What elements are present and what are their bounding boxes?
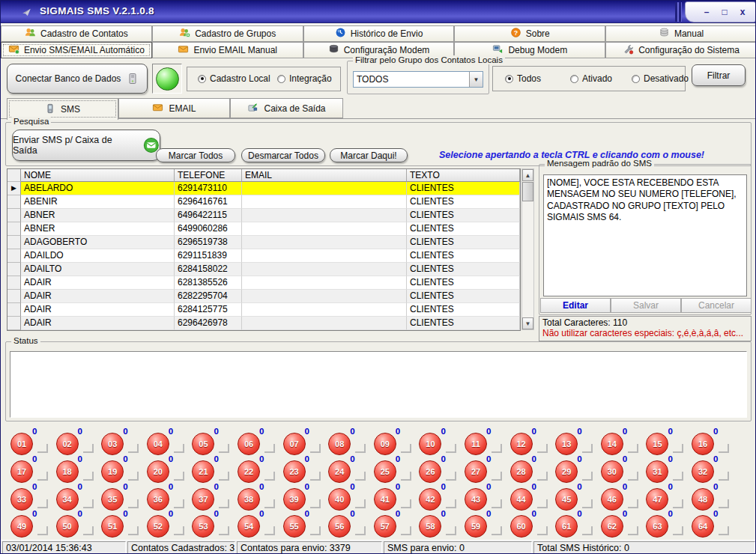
row-selector-cell[interactable]: [7, 317, 21, 330]
table-row[interactable]: ADAGOBERTO6296519738CLIENTES: [7, 236, 520, 249]
modem-button-18[interactable]: 18: [56, 460, 79, 483]
radio-cadastro-local[interactable]: Cadastro Local: [198, 73, 270, 84]
tab-hist-rico-de-envio[interactable]: Histórico de Envio: [303, 25, 455, 42]
modem-button-59[interactable]: 59: [465, 515, 487, 538]
row-selector-cell[interactable]: [7, 195, 21, 209]
modem-button-25[interactable]: 25: [374, 460, 396, 483]
scroll-down-icon[interactable]: ▼: [522, 317, 533, 329]
modem-button-61[interactable]: 61: [555, 515, 578, 538]
column-header-telefone[interactable]: TELEFONE: [175, 169, 242, 182]
modem-button-29[interactable]: 29: [555, 460, 578, 483]
modem-button-03[interactable]: 03: [101, 433, 124, 455]
marcar-daqui-button[interactable]: Marcar Daqui!: [330, 148, 408, 162]
modem-button-64[interactable]: 64: [692, 515, 714, 538]
modem-button-30[interactable]: 30: [601, 460, 623, 483]
modem-button-47[interactable]: 47: [646, 488, 668, 511]
radio-desativado[interactable]: Desativado: [632, 73, 689, 84]
subtab-email[interactable]: EMAIL: [118, 98, 230, 118]
modem-button-45[interactable]: 45: [555, 488, 578, 511]
modem-button-16[interactable]: 16: [692, 433, 714, 455]
modem-button-10[interactable]: 10: [419, 433, 441, 455]
modem-button-14[interactable]: 14: [601, 433, 623, 455]
row-selector-cell[interactable]: [7, 290, 21, 303]
minimize-button[interactable]: –: [700, 6, 713, 19]
tab-envio-email-manual[interactable]: Envio EMAIL Manual: [152, 42, 303, 58]
marcar-todos-button[interactable]: Marcar Todos: [156, 148, 235, 162]
modem-button-63[interactable]: 63: [646, 515, 668, 538]
modem-button-38[interactable]: 38: [238, 488, 260, 511]
table-row[interactable]: ▶ABELARDO6291473110CLIENTES: [7, 182, 520, 195]
modem-button-42[interactable]: 42: [419, 488, 441, 511]
modem-button-11[interactable]: 11: [465, 433, 487, 455]
modem-button-21[interactable]: 21: [192, 460, 214, 483]
modem-button-23[interactable]: 23: [283, 460, 306, 483]
connect-database-button[interactable]: Conectar Banco de Dados: [7, 64, 148, 94]
modem-button-35[interactable]: 35: [101, 488, 124, 511]
salvar-button[interactable]: Salvar: [611, 298, 681, 313]
modem-button-49[interactable]: 49: [10, 515, 33, 538]
sms-message-text[interactable]: [NOME], VOCE ESTA RECEBENDO ESTA MENSAGE…: [543, 174, 747, 296]
modem-button-60[interactable]: 60: [510, 515, 533, 538]
modem-button-20[interactable]: 20: [147, 460, 169, 483]
modem-button-22[interactable]: 22: [238, 460, 260, 483]
modem-button-13[interactable]: 13: [555, 433, 578, 455]
modem-button-27[interactable]: 27: [465, 460, 487, 483]
modem-button-08[interactable]: 08: [328, 433, 351, 455]
modem-button-53[interactable]: 53: [192, 515, 214, 538]
modem-button-17[interactable]: 17: [10, 460, 33, 483]
send-sms-to-outbox-button[interactable]: Enviar SMS p/ Caixa de Saída: [12, 130, 160, 161]
modem-button-31[interactable]: 31: [646, 460, 668, 483]
tab-cadastro-de-contatos[interactable]: Cadastro de Contatos: [1, 25, 152, 42]
table-row[interactable]: ADAILTO6284158022CLIENTES: [7, 263, 520, 276]
modem-button-39[interactable]: 39: [283, 488, 306, 511]
cancelar-button[interactable]: Cancelar: [681, 298, 752, 313]
subtab-caixa-de-sa-da[interactable]: Caixa de Saída: [230, 98, 343, 118]
column-header-nome[interactable]: NOME: [21, 169, 175, 182]
radio-ativado[interactable]: Ativado: [570, 73, 612, 84]
modem-button-40[interactable]: 40: [328, 488, 351, 511]
modem-button-32[interactable]: 32: [692, 460, 714, 483]
modem-button-58[interactable]: 58: [419, 515, 441, 538]
tab-cadastro-de-grupos[interactable]: Cadastro de Grupos: [152, 25, 303, 42]
row-selector-cell[interactable]: [7, 263, 21, 276]
tab-envio-sms-email-autom-tico[interactable]: Envio SMS/EMAIL Automático: [1, 42, 152, 58]
scroll-up-icon[interactable]: ▲: [522, 169, 533, 181]
desmarcar-todos-button[interactable]: Desmarcar Todos: [241, 148, 325, 162]
radio-todos[interactable]: Todos: [505, 73, 541, 84]
column-header-texto[interactable]: TEXTO: [407, 169, 520, 182]
modem-button-05[interactable]: 05: [192, 433, 214, 455]
modem-button-28[interactable]: 28: [510, 460, 533, 483]
modem-button-06[interactable]: 06: [238, 433, 260, 455]
modem-button-43[interactable]: 43: [465, 488, 487, 511]
modem-button-56[interactable]: 56: [328, 515, 351, 538]
column-header-email[interactable]: EMAIL: [242, 169, 407, 182]
modem-button-33[interactable]: 33: [10, 488, 33, 511]
scrollbar-thumb[interactable]: [522, 182, 533, 201]
table-row[interactable]: ABNER6499060286CLIENTES: [7, 222, 520, 236]
modem-button-41[interactable]: 41: [374, 488, 396, 511]
group-filter-combobox[interactable]: TODOS ▼: [353, 71, 483, 88]
modem-button-26[interactable]: 26: [419, 460, 441, 483]
row-selector-cell[interactable]: [7, 249, 21, 263]
row-selector-cell[interactable]: [7, 303, 21, 317]
table-row[interactable]: ADAIR6282295704CLIENTES: [7, 290, 520, 303]
modem-button-09[interactable]: 09: [374, 433, 396, 455]
editar-button[interactable]: Editar: [540, 298, 611, 313]
tab-sobre[interactable]: ?Sobre: [454, 25, 605, 42]
modem-button-07[interactable]: 07: [283, 433, 306, 455]
modem-button-04[interactable]: 04: [147, 433, 169, 455]
table-row[interactable]: ADAIR6296426978CLIENTES: [7, 317, 520, 330]
modem-button-12[interactable]: 12: [510, 433, 533, 455]
table-row[interactable]: ABNER6496422115CLIENTES: [7, 209, 520, 222]
modem-button-46[interactable]: 46: [601, 488, 623, 511]
row-selector-cell[interactable]: [7, 209, 21, 222]
modem-button-34[interactable]: 34: [56, 488, 79, 511]
table-row[interactable]: ADAIR6284125775CLIENTES: [7, 303, 520, 317]
tab-manual[interactable]: Manual: [605, 25, 756, 42]
table-scrollbar[interactable]: ▲ ▼: [521, 168, 534, 330]
modem-button-19[interactable]: 19: [101, 460, 124, 483]
row-selector-cell[interactable]: [7, 236, 21, 249]
modem-button-52[interactable]: 52: [147, 515, 169, 538]
table-row[interactable]: ADAIR6281385526CLIENTES: [7, 276, 520, 290]
modem-button-24[interactable]: 24: [328, 460, 351, 483]
